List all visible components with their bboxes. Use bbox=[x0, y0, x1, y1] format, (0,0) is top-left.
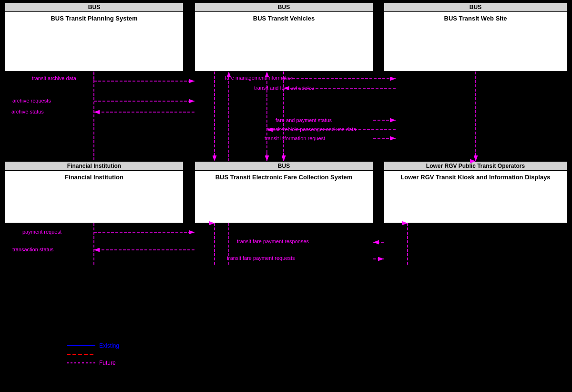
legend-planned: Planned bbox=[67, 351, 120, 358]
box-fare: BUS BUS Transit Electronic Fare Collecti… bbox=[194, 161, 373, 223]
box-website-title: BUS Transit Web Site bbox=[384, 12, 567, 25]
box-fare-header: BUS bbox=[195, 162, 373, 171]
box-website-header: BUS bbox=[384, 3, 567, 12]
legend-future: Future bbox=[67, 360, 120, 366]
label-archive-status: archive status bbox=[11, 109, 44, 114]
label-payment-request: payment request bbox=[22, 229, 61, 235]
label-transit-vehicle-passenger: transit vehicle passenger and use data bbox=[266, 126, 356, 132]
label-fare-management: fare management information bbox=[225, 75, 294, 81]
box-financial-title: Financial Institution bbox=[5, 171, 183, 184]
label-transit-fare-payment-responses: transit fare payment responses bbox=[237, 238, 309, 244]
box-kiosk-header: Lower RGV Public Transit Operators bbox=[384, 162, 567, 171]
box-fare-title: BUS Transit Electronic Fare Collection S… bbox=[195, 171, 373, 184]
box-kiosk: Lower RGV Public Transit Operators Lower… bbox=[384, 161, 567, 223]
box-kiosk-title: Lower RGV Transit Kiosk and Information … bbox=[384, 171, 567, 184]
box-website: BUS BUS Transit Web Site bbox=[384, 2, 567, 72]
label-archive-requests: archive requests bbox=[12, 98, 51, 103]
box-planning-header: BUS bbox=[5, 3, 183, 12]
label-transit-fare-schedules: transit and fare schedules bbox=[254, 85, 314, 91]
diagram-area: BUS BUS Transit Planning System BUS BUS … bbox=[0, 0, 572, 392]
box-planning-title: BUS Transit Planning System bbox=[5, 12, 183, 25]
box-planning: BUS BUS Transit Planning System bbox=[5, 2, 184, 72]
box-vehicles: BUS BUS Transit Vehicles bbox=[194, 2, 373, 72]
label-transaction-status: transaction status bbox=[12, 247, 53, 252]
legend-existing: Existing bbox=[67, 342, 120, 349]
box-vehicles-header: BUS bbox=[195, 3, 373, 12]
legend-future-label: Future bbox=[99, 360, 116, 366]
label-transit-info-request: transit information request bbox=[265, 135, 325, 141]
legend-existing-label: Existing bbox=[99, 342, 119, 349]
box-vehicles-title: BUS Transit Vehicles bbox=[195, 12, 373, 25]
legend-planned-label: Planned bbox=[99, 351, 120, 358]
box-financial: Financial Institution Financial Institut… bbox=[5, 161, 184, 223]
legend: Existing Planned Future bbox=[67, 342, 120, 368]
label-fare-payment-status: fare and payment status bbox=[276, 117, 332, 123]
label-transit-fare-payment-requests: transit fare payment requests bbox=[227, 255, 295, 261]
label-transit-archive-data: transit archive data bbox=[32, 75, 76, 81]
box-financial-header: Financial Institution bbox=[5, 162, 183, 171]
